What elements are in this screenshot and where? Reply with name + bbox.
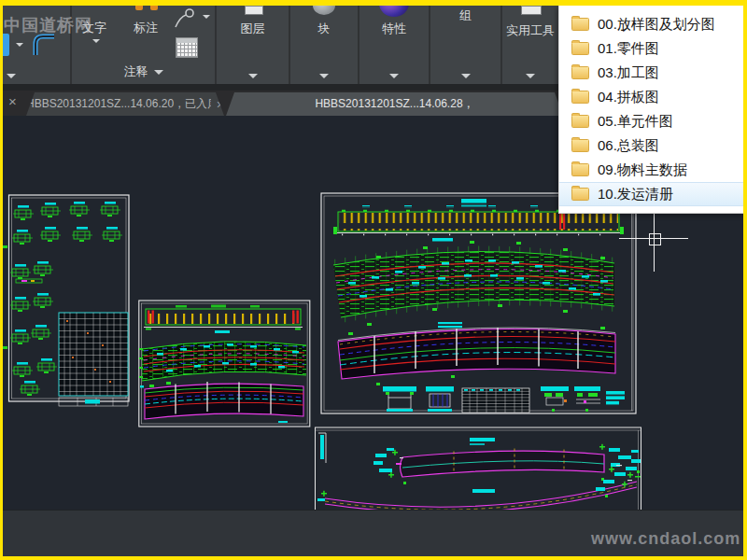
list-item[interactable]: 06.总装图 <box>559 133 744 158</box>
list-item-label: 01.零件图 <box>598 40 659 58</box>
folder-icon <box>571 188 589 201</box>
chevron-down-icon[interactable] <box>461 74 471 78</box>
list-item[interactable]: 09.物料主数据 <box>559 158 744 182</box>
drawing-tab-active[interactable]: HBBS20131201SZ...14.06.28， <box>226 92 563 116</box>
chevron-down-icon[interactable] <box>92 39 100 43</box>
drawing-tab-label: HBBS20131201SZ...14.06.28， <box>315 96 473 112</box>
properties-panel-title[interactable]: 特性 <box>359 21 429 37</box>
list-item-highlighted[interactable]: 10.发运清册 <box>559 182 744 206</box>
leader-tool-icon[interactable] <box>173 7 197 30</box>
ribbon-panel-group: 组 <box>430 6 500 84</box>
file-list-panel: 00.放样图及划分图 01.零件图 03.加工图 04.拼板图 05.单元件图 … <box>558 6 744 214</box>
multileader-icon[interactable] <box>135 3 143 10</box>
ribbon-panel-block: 块 <box>290 6 358 84</box>
modify-tool-icon[interactable] <box>0 34 9 56</box>
ribbon-panel-annotate: 文字 标注 注释 <box>72 6 215 84</box>
block-panel-title[interactable]: 块 <box>290 21 358 37</box>
chevron-down-icon[interactable] <box>248 74 258 78</box>
list-item-label: 04.拼板图 <box>598 89 659 106</box>
list-item-label: 03.加工图 <box>598 64 659 82</box>
ribbon-panel-properties: 特性 <box>359 6 429 84</box>
layer-properties-icon[interactable] <box>245 6 263 15</box>
drawing-tab-label: HBBS20131201SZ...14.06.20，已入库）* <box>26 96 211 112</box>
fillet-tool-icon[interactable] <box>32 33 58 59</box>
folder-icon <box>571 42 589 55</box>
list-item[interactable]: 03.加工图 <box>559 61 744 85</box>
ribbon-panel-layers: 图层 <box>217 6 289 84</box>
list-item-label: 00.放样图及划分图 <box>598 16 715 34</box>
close-icon[interactable]: × <box>8 95 17 108</box>
multileader-icon[interactable] <box>150 3 158 10</box>
chevron-down-icon[interactable] <box>7 74 16 78</box>
table-tool-icon[interactable] <box>176 37 198 58</box>
list-item[interactable]: 05.单元件图 <box>559 109 744 133</box>
folder-icon <box>571 139 589 152</box>
folder-icon <box>571 163 589 176</box>
folder-icon <box>571 91 589 104</box>
dimension-button[interactable]: 标注 <box>134 20 158 36</box>
properties-sphere-icon[interactable] <box>379 0 409 17</box>
ribbon-panel-utilities: 实用工具 <box>502 6 558 84</box>
list-item-label: 09.物料主数据 <box>598 161 687 179</box>
list-item-label: 10.发运清册 <box>598 186 673 203</box>
drawing-tab[interactable]: HBBS20131201SZ...14.06.20，已入库）* × <box>26 92 224 116</box>
measure-tool-icon[interactable] <box>521 6 542 15</box>
list-item[interactable]: 00.放样图及划分图 <box>559 12 744 36</box>
folder-icon <box>571 66 589 79</box>
insert-block-icon[interactable] <box>313 0 335 15</box>
folder-icon <box>571 115 589 128</box>
chevron-down-icon[interactable] <box>203 15 210 19</box>
drawing-sheet-medium <box>138 297 312 433</box>
drawing-sheet-beam <box>314 426 642 510</box>
close-icon[interactable]: × <box>217 98 224 111</box>
drawing-sheet-parts <box>3 189 134 409</box>
text-button[interactable]: 文字 <box>82 20 106 36</box>
ribbon-panel-modify <box>3 6 70 84</box>
application-window: 文字 标注 注释 图层 <box>0 0 747 560</box>
group-panel-title[interactable]: 组 <box>430 7 500 24</box>
status-bar: 模型 1:1 <box>3 510 743 557</box>
list-item-label: 05.单元件图 <box>598 113 673 131</box>
list-item[interactable]: 04.拼板图 <box>559 85 744 109</box>
drawing-sheet-large <box>320 185 639 422</box>
chevron-down-icon[interactable] <box>319 74 329 78</box>
crosshair-pickbox <box>649 233 661 245</box>
chevron-down-icon[interactable] <box>16 43 23 47</box>
chevron-down-icon[interactable] <box>389 74 399 78</box>
layers-panel-title[interactable]: 图层 <box>217 21 289 37</box>
utilities-panel-title[interactable]: 实用工具 <box>502 22 558 39</box>
folder-icon <box>571 18 589 31</box>
chevron-down-icon[interactable] <box>526 74 535 78</box>
list-item-label: 06.总装图 <box>598 137 659 155</box>
annotate-panel-title[interactable]: 注释 <box>72 63 215 80</box>
list-item[interactable]: 01.零件图 <box>559 36 744 61</box>
